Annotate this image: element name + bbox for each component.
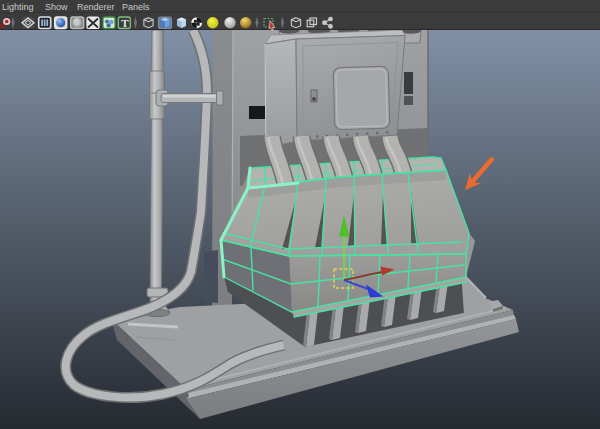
svg-text:T: T: [121, 17, 129, 29]
svg-text:Renderer: Renderer: [77, 2, 115, 12]
svg-text:Show: Show: [45, 2, 68, 12]
svg-text:Lighting: Lighting: [2, 2, 34, 12]
svg-text:Panels: Panels: [122, 2, 150, 12]
